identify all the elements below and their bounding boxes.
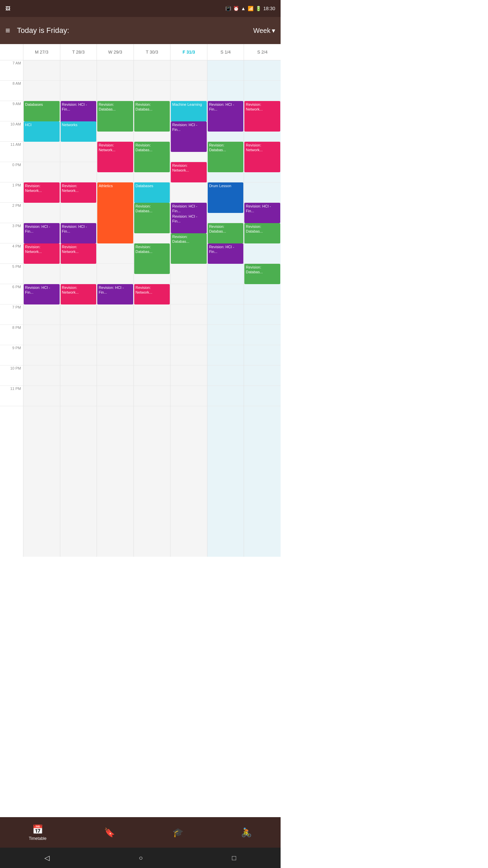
slot[interactable]	[170, 386, 207, 406]
event-rev-hci-fri-10am[interactable]: Revision: HCI - Fin...	[171, 121, 207, 152]
event-rev-db-thu-9am[interactable]: Revision: Databas...	[134, 101, 170, 132]
slot[interactable]	[60, 162, 97, 182]
slot[interactable]	[134, 60, 170, 81]
slot[interactable]	[23, 366, 60, 386]
slot[interactable]	[244, 325, 281, 345]
slot[interactable]	[60, 304, 97, 325]
day-header-tue[interactable]: T 28/3	[60, 44, 97, 60]
slot[interactable]	[134, 304, 170, 325]
event-rev-hci-sat-6pm[interactable]: Revision: HCI - Fin...	[208, 243, 244, 264]
event-rev-hci-tue-3pm[interactable]: Revision: HCI - Fin...	[61, 223, 97, 243]
slot[interactable]	[207, 81, 244, 101]
slot[interactable]	[23, 162, 60, 182]
slot[interactable]	[244, 366, 281, 386]
slot[interactable]	[60, 81, 97, 101]
slot[interactable]	[134, 81, 170, 101]
slot[interactable]	[244, 345, 281, 366]
slot[interactable]	[170, 284, 207, 304]
event-rev-db-thu-4pm[interactable]: Revision: Databas...	[134, 203, 170, 233]
event-rev-network-mon-5pm[interactable]: Revision: Network...	[24, 243, 60, 264]
slot[interactable]	[23, 203, 60, 223]
day-header-mon[interactable]: M 27/3	[23, 44, 60, 60]
event-rev-db-thu-11am[interactable]: Revision: Databas...	[134, 142, 170, 172]
event-rev-hci-sat-9am[interactable]: Revision: HCI - Fin...	[208, 101, 244, 132]
slot[interactable]	[60, 386, 97, 406]
event-rev-db-wed-9am[interactable]: Revision: Databas...	[97, 101, 133, 132]
event-rev-network-sun-9am[interactable]: Revision: Network...	[244, 101, 280, 132]
event-rev-network-thu-7pm[interactable]: Revision: Network...	[134, 284, 170, 304]
slot[interactable]	[134, 366, 170, 386]
slot[interactable]	[97, 264, 134, 284]
slot[interactable]	[170, 366, 207, 386]
slot[interactable]	[244, 182, 281, 203]
slot[interactable]	[23, 264, 60, 284]
event-rev-hci-mon-7pm[interactable]: Revision: HCI - Fin...	[24, 284, 60, 304]
event-rev-hci-wed-7pm[interactable]: Revision: HCI - Fin...	[97, 284, 133, 304]
slot[interactable]	[60, 60, 97, 81]
slot[interactable]	[23, 142, 60, 162]
slot[interactable]	[207, 386, 244, 406]
slot[interactable]	[134, 345, 170, 366]
slot[interactable]	[23, 325, 60, 345]
slot[interactable]	[170, 81, 207, 101]
slot[interactable]	[170, 182, 207, 203]
slot[interactable]	[23, 60, 60, 81]
slot[interactable]	[244, 284, 281, 304]
event-hci-mon[interactable]: HCI	[24, 121, 60, 142]
event-rev-network-tue-7pm[interactable]: Revision: Network...	[61, 284, 97, 304]
event-rev-db-sun-5pm[interactable]: Revision: Databas...	[244, 223, 280, 243]
slot[interactable]	[60, 345, 97, 366]
slot[interactable]	[60, 264, 97, 284]
slot[interactable]	[134, 325, 170, 345]
slot[interactable]	[207, 366, 244, 386]
slot[interactable]	[207, 325, 244, 345]
event-rev-network-mon-1pm[interactable]: Revision: Network...	[24, 182, 60, 203]
slot[interactable]	[244, 304, 281, 325]
event-rev-db-sat-11am[interactable]: Revision: Databas...	[208, 142, 244, 172]
slot[interactable]	[97, 60, 134, 81]
slot[interactable]	[207, 304, 244, 325]
slot[interactable]	[244, 386, 281, 406]
slot[interactable]	[170, 345, 207, 366]
event-rev-db-thu-5pm[interactable]: Revision: Databas...	[134, 243, 170, 274]
slot[interactable]	[97, 243, 134, 264]
slot[interactable]	[97, 366, 134, 386]
slot[interactable]	[23, 386, 60, 406]
event-rev-hci-fri-3pm[interactable]: Revision: HCI - Fin...	[171, 213, 207, 233]
event-rev-db-sun-6pm[interactable]: Revision: Databas...	[244, 264, 280, 284]
slot[interactable]	[134, 386, 170, 406]
slot[interactable]	[23, 304, 60, 325]
menu-button[interactable]: ≡	[5, 26, 10, 35]
slot[interactable]	[244, 81, 281, 101]
slot[interactable]	[170, 304, 207, 325]
event-ml-fri[interactable]: Machine Learning	[171, 101, 207, 121]
slot[interactable]	[207, 284, 244, 304]
slot[interactable]	[97, 386, 134, 406]
slot[interactable]	[207, 345, 244, 366]
slot[interactable]	[170, 60, 207, 81]
slot[interactable]	[170, 325, 207, 345]
slot[interactable]	[23, 81, 60, 101]
slot[interactable]	[97, 325, 134, 345]
event-rev-network-fri-noon[interactable]: Revision: Network...	[171, 162, 207, 182]
day-header-wed[interactable]: W 29/3	[97, 44, 134, 60]
slot[interactable]	[97, 81, 134, 101]
slot[interactable]	[207, 60, 244, 81]
event-networks-tue[interactable]: Networks	[61, 121, 97, 142]
event-rev-network-tue-1pm[interactable]: Revision: Network...	[61, 182, 97, 203]
slot[interactable]	[60, 203, 97, 223]
event-rev-network-tue-5pm[interactable]: Revision: Network...	[61, 243, 97, 264]
slot[interactable]	[244, 243, 281, 264]
event-rev-db-fri-5pm[interactable]: Revision: Databas...	[171, 233, 207, 264]
event-rev-hci-sun-2pm[interactable]: Revision: HCI - Fin...	[244, 203, 280, 223]
slot[interactable]	[60, 366, 97, 386]
event-drum-sat[interactable]: Drum Lesson	[208, 182, 244, 213]
day-header-thu[interactable]: T 30/3	[134, 44, 170, 60]
event-rev-network-wed-11am[interactable]: Revision: Network...	[97, 142, 133, 172]
week-selector[interactable]: Week ▾	[253, 26, 275, 35]
day-header-sat[interactable]: S 1/4	[207, 44, 244, 60]
slot[interactable]	[97, 304, 134, 325]
slot[interactable]	[244, 60, 281, 81]
event-databases-thu[interactable]: Databases	[134, 182, 170, 203]
slot[interactable]	[170, 264, 207, 284]
